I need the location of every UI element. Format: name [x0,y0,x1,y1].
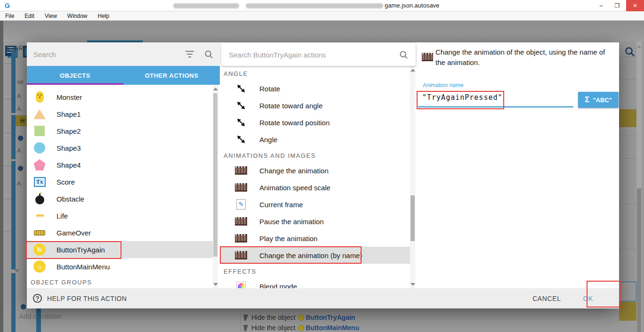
action-parameters-panel: Change the animation of the object, usin… [417,42,619,288]
circle-icon [33,141,46,154]
monster-icon [33,90,46,104]
cancel-button[interactable]: CANCEL [532,295,561,302]
event-action-row: Hide the objectButtonMainMenu [243,324,359,332]
menu-help[interactable]: Help [93,13,115,19]
menu-bar: File Edit View Window Help [0,11,644,21]
action-search-bar [221,43,416,66]
event-divider [619,136,636,136]
dialog-footer: ? HELP FOR THIS ACTION CANCEL OK [27,288,619,308]
action-row-blend-mode[interactable]: Blend mode [220,278,410,288]
object-label: Shape4 [56,161,81,169]
action-row-rotate[interactable]: Rotate [220,80,410,97]
event-bracket [4,166,11,166]
search-icon[interactable] [399,50,408,59]
film-icon [235,181,247,194]
action-label: Current frame [259,201,303,209]
object-row-monster[interactable]: Monster [27,89,213,105]
hearts-icon: ♥♥♥ [33,209,46,222]
section-header: ANGLE [224,70,248,77]
tab-other-actions[interactable]: OTHER ACTIONS [123,66,220,85]
object-search-input[interactable] [33,50,185,58]
object-row-obstacle[interactable]: Obstacle [27,190,213,207]
object-label: Monster [56,93,82,101]
events-scrollbar[interactable] [636,41,642,332]
event-action-text: Hide the object [251,324,295,332]
expression-builder-button[interactable]: Σ "ABC" [578,92,619,108]
partial-text: A [17,105,21,113]
hide-action-icon [243,325,248,331]
menu-view[interactable]: View [40,13,62,19]
object-label: Obstacle [56,195,84,203]
partial-text: A [17,180,21,187]
close-button[interactable]: ✕ [626,0,644,11]
help-icon: ? [33,294,42,303]
selector-tabs: OBJECTS OTHER ACTIONS [27,66,220,85]
menu-file[interactable]: File [0,13,19,19]
action-label: Rotate [259,85,280,93]
event-condition-bar [11,115,16,159]
minimize-button[interactable]: – [594,0,608,11]
action-label: Change the animation [259,167,329,175]
object-row-buttonmainmenu[interactable]: ⌂ ButtonMainMenu [27,258,213,275]
event-action-text: Hide the object [251,314,295,321]
action-row-rotate-toward-position[interactable]: Rotate toward position [220,114,410,131]
partial-text: A [17,147,21,154]
home-button-icon: ⌂ [33,260,46,273]
object-list-scrollbar[interactable] [213,85,218,288]
event-bracket [4,133,11,133]
action-label: Animation speed scale [259,184,330,192]
action-label: Pause the animation [259,218,324,226]
film-icon [422,53,433,61]
rotate-icon [235,82,247,95]
partial-text: H [20,117,24,124]
action-label: Play the animation [259,235,317,243]
action-search-input[interactable] [229,51,399,59]
banner-icon [33,226,46,239]
filter-icon[interactable] [185,51,194,57]
object-thumbnail-icon [298,315,304,321]
action-row-current-frame[interactable]: ✎ Current frame [220,196,410,213]
event-bracket [4,199,11,199]
object-row-shape1[interactable]: Shape1 [27,105,213,122]
section-header: ANIMATIONS AND IMAGES [224,152,316,159]
frame-icon: ✎ [235,198,247,211]
object-row-shape4[interactable]: Shape4 [27,156,213,173]
event-divider [619,79,636,80]
redacted-title-blob [173,3,239,8]
object-label: Shape3 [56,144,81,152]
bomb-icon [33,192,46,205]
object-groups-header: OBJECT GROUPS [27,275,213,288]
restore-button[interactable]: ❐ [610,0,624,11]
event-divider [619,203,636,204]
collapse-arrow-icon [14,269,20,273]
gear-icon [18,136,23,141]
action-description: Change the animation of the object, usin… [435,47,615,68]
action-row-rotate-toward-angle[interactable]: Rotate toward angle [220,97,410,114]
animation-name-label: Animation name [423,82,464,89]
tab-objects[interactable]: OBJECTS [27,66,123,85]
action-row-angle[interactable]: Angle [220,131,410,148]
redacted-path-blob [246,3,383,8]
object-row-gameover[interactable]: GameOver [27,224,213,241]
object-label: Shape2 [56,127,81,135]
action-row-animation-speed-scale[interactable]: Animation speed scale [220,179,410,196]
object-label: Score [56,178,75,186]
object-row-score[interactable]: Tx Score [27,173,213,190]
search-icon[interactable] [204,50,213,59]
help-link[interactable]: HELP FOR THIS ACTION [47,295,127,302]
object-row-life[interactable]: ♥♥♥ Life [27,207,213,224]
action-row-play-animation[interactable]: Play the animation [220,230,410,247]
annotation-box-ok-button [587,281,620,308]
action-list-scrollbar[interactable] [410,66,415,288]
action-row-change-animation[interactable]: Change the animation [220,162,410,179]
event-object-name: ButtonMainMenu [306,324,359,332]
action-row-pause-animation[interactable]: Pause the animation [220,213,410,230]
object-row-shape2[interactable]: Shape2 [27,122,213,139]
object-thumbnail-icon [298,325,304,331]
title-bar: Ǥ game.json.autosave – ❐ ✕ [0,0,644,11]
triangle-icon [33,107,46,121]
menu-edit[interactable]: Edit [19,13,40,19]
object-row-shape3[interactable]: Shape3 [27,139,213,156]
menu-window[interactable]: Window [62,13,93,19]
object-label: ButtonMainMenu [56,263,110,271]
